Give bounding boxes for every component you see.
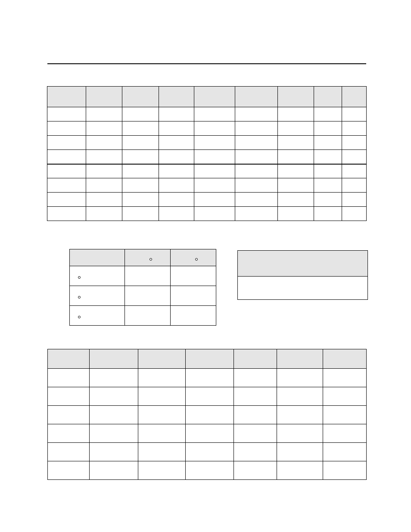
table-row: [238, 277, 368, 300]
table-cell: [122, 150, 159, 164]
degree-icon: [78, 296, 81, 299]
table-cell: [194, 136, 235, 150]
table-cell: [342, 107, 367, 121]
table-cell: [323, 461, 367, 480]
table-3: [237, 250, 368, 300]
table-cell: [234, 369, 277, 387]
table-1-col-7-header: [278, 87, 314, 107]
table-cell: [314, 164, 342, 178]
table-cell: [186, 369, 234, 387]
table-cell: [278, 136, 314, 150]
table-cell: [238, 277, 368, 300]
table-cell: [159, 121, 194, 136]
table-row: [70, 306, 216, 326]
table-2-col-1-header: [70, 249, 125, 266]
table-cell: [194, 178, 235, 193]
table-cell: [314, 207, 342, 221]
table-cell: [86, 193, 122, 207]
table-cell: [234, 387, 277, 406]
table-cell: [138, 461, 186, 480]
table-cell: [86, 121, 122, 136]
table-row: [47, 121, 367, 136]
table-cell: [70, 266, 125, 286]
table-row: [48, 424, 367, 443]
table-cell: [47, 207, 86, 221]
table-cell: [278, 121, 314, 136]
table-cell: [234, 424, 277, 443]
table-cell: [278, 207, 314, 221]
table-cell: [138, 443, 186, 461]
table-cell: [125, 266, 171, 286]
table-cell: [194, 150, 235, 164]
table-1-col-6-header: [235, 87, 278, 107]
table-cell: [278, 178, 314, 193]
table-cell: [90, 443, 138, 461]
table-cell: [277, 461, 323, 480]
table-cell: [48, 369, 90, 387]
table-cell: [47, 136, 86, 150]
table-cell: [159, 178, 194, 193]
table-cell: [323, 443, 367, 461]
table-cell: [86, 136, 122, 150]
table-cell: [159, 164, 194, 178]
table-4-col-6-header: [277, 349, 323, 369]
table-cell: [159, 136, 194, 150]
table-cell: [122, 193, 159, 207]
table-4-header-row: [48, 349, 367, 369]
table-cell: [90, 424, 138, 443]
page: [0, 0, 411, 532]
table-cell: [278, 150, 314, 164]
table-3-header-row: [238, 251, 368, 277]
table-cell: [47, 193, 86, 207]
table-row: [70, 266, 216, 286]
table-cell: [234, 443, 277, 461]
table-cell: [86, 164, 122, 178]
table-1-col-3-header: [122, 87, 159, 107]
table-3-header: [238, 251, 368, 277]
table-cell: [186, 443, 234, 461]
table-row: [47, 164, 367, 178]
table-cell: [277, 424, 323, 443]
table-cell: [90, 387, 138, 406]
table-cell: [86, 150, 122, 164]
degree-icon: [195, 258, 198, 261]
table-cell: [314, 121, 342, 136]
table-cell: [277, 369, 323, 387]
table-cell: [86, 178, 122, 193]
table-row: [48, 387, 367, 406]
table-cell: [314, 107, 342, 121]
table-cell: [47, 107, 86, 121]
table-cell: [70, 306, 125, 326]
table-2-col-3-header: [171, 249, 216, 266]
table-cell: [122, 121, 159, 136]
horizontal-rule: [47, 63, 366, 64]
table-cell: [47, 164, 86, 178]
table-cell: [323, 406, 367, 424]
table-row: [47, 150, 367, 164]
table-cell: [235, 136, 278, 150]
table-row: [48, 443, 367, 461]
table-cell: [235, 193, 278, 207]
table-cell: [186, 424, 234, 443]
table-cell: [314, 178, 342, 193]
table-cell: [159, 150, 194, 164]
table-cell: [122, 207, 159, 221]
table-row: [47, 107, 367, 121]
table-cell: [234, 406, 277, 424]
table-cell: [314, 150, 342, 164]
table-cell: [186, 387, 234, 406]
table-4-col-3-header: [138, 349, 186, 369]
table-1-header-row: [47, 87, 367, 107]
table-cell: [235, 107, 278, 121]
table-cell: [125, 306, 171, 326]
table-4-col-4-header: [186, 349, 234, 369]
table-cell: [235, 150, 278, 164]
table-cell: [278, 107, 314, 121]
table-1: [47, 86, 367, 221]
table-cell: [342, 150, 367, 164]
table-cell: [48, 387, 90, 406]
table-1-col-5-header: [194, 87, 235, 107]
degree-icon: [78, 316, 81, 318]
table-cell: [314, 193, 342, 207]
table-row: [47, 207, 367, 221]
